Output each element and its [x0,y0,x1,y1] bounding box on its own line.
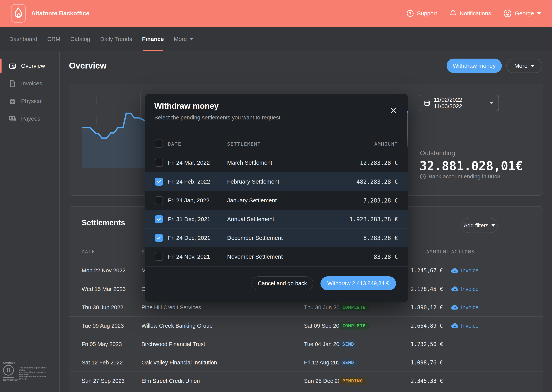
modal-scrollbar[interactable] [407,111,408,147]
modal-footer: Cancel and go back Withdraw 2.413.849,84… [251,276,396,290]
modal-table-body: Fri 24 Mar, 2022March Settlement12.283,2… [145,153,408,266]
add-filters-button[interactable]: Add filters [462,218,498,233]
date-range-value: 11/02/2022 - 11/03/2022 [434,97,486,110]
modal-settlement-row[interactable]: Fri 24 Feb, 2022February Settlement482.2… [145,172,408,191]
status-badge: COMPLETE [339,322,370,330]
row-checkbox[interactable] [155,215,163,223]
row-status-cell: COMPLETE [339,322,370,330]
row-checkbox[interactable] [155,253,163,261]
page-title: Overview [69,61,107,70]
row-status-cell: PENDING [339,377,367,385]
help-circle-icon: ? [407,10,414,17]
modal-settlement-row[interactable]: Fri 24 Nov, 2021November Settlement83,28… [145,247,408,266]
cancel-button[interactable]: Cancel and go back [251,276,313,290]
date-range-picker[interactable]: 11/02/2022 - 11/03/2022 [419,95,499,111]
modal-settlement-row[interactable]: Fri 24 Dec, 2021December Settlement8.283… [145,228,408,247]
sidebar-item-overview[interactable]: Overview [0,57,59,75]
user-menu[interactable]: George [503,9,541,18]
settlement-date: Fri 31 Dec, 2021 [168,216,211,222]
nav-item-dashboard[interactable]: Dashboard [9,27,42,51]
row-ammount: 1.890,12 € [395,304,443,310]
wallet-icon [9,62,16,70]
row-checkbox[interactable] [155,196,163,204]
confirm-withdraw-button[interactable]: Withdraw 2.413.849,84 € [320,276,396,290]
modal-settlement-row[interactable]: Fri 24 Jan, 2022January Settlement7.283,… [145,191,408,210]
row-settlement-date: Fri 12 Aug 2022 [304,359,343,366]
modal-settlement-row[interactable]: Fri 24 Mar, 2022March Settlement12.283,2… [145,153,408,172]
withdraw-money-modal: Withdraw money Select the pending settle… [145,94,408,302]
row-date: Fri 05 May 2023 [82,341,122,347]
settlement-date: Fri 24 Dec, 2021 [168,235,211,241]
row-supplier: Oak Valley Financial Institution [141,359,217,366]
bcorp-tagline-line: and regenerative economic system. [19,376,53,380]
add-filters-label: Add filters [464,222,488,229]
invoice-download-link[interactable]: Invoice [451,286,479,292]
table-row: Sat 12 Feb 2022Oak Valley Financial Inst… [69,353,543,371]
withdraw-money-button[interactable]: Withdraw money [447,59,502,73]
nav-item-label: Dashboard [9,36,37,42]
sidebar-menu: OverviewInvoicesPhysicalPayees [0,51,59,127]
row-ammount: 1.732,50 € [395,341,443,347]
bcorp-tagline-line: This company is part of the global [19,367,53,371]
settlement-ammount: 8.283,28 € [363,234,398,241]
bcorp-certified-label: Certified [3,361,53,364]
row-status-cell: SEND [339,358,358,367]
invoice-download-link[interactable]: Invoice [451,304,479,310]
confirm-withdraw-label: Withdraw 2.413.849,84 € [327,280,389,287]
settlement-date: Fri 24 Nov, 2021 [168,253,210,260]
row-checkbox[interactable] [155,234,163,242]
table-row: Tue 09 Aug 2023Willow Creek Banking Grou… [69,316,543,335]
row-date: Sat 12 Feb 2022 [82,359,123,366]
sidebar-item-physical[interactable]: Physical [0,92,59,110]
row-status-cell: COMPLETE [339,303,370,311]
chevron-down-icon [530,65,534,67]
row-supplier: Elm Street Credit Union [141,378,200,384]
active-item-indicator [0,59,1,73]
invoice-download-link[interactable]: Invoice [451,267,479,274]
settlement-name: March Settlement [227,160,272,166]
status-badge: COMPLETE [339,303,370,311]
settlement-name: February Settlement [227,178,279,185]
invoice-download-link[interactable]: Invoice [451,322,479,329]
sidebar-item-label: Physical [21,98,43,104]
select-all-checkbox[interactable] [155,140,163,147]
sidebar: OverviewInvoicesPhysicalPayees [0,51,60,392]
notifications-button[interactable]: Notifications [450,10,491,17]
nav-item-more[interactable]: More [169,27,198,51]
chevron-down-icon [490,102,494,104]
close-icon[interactable] [389,106,398,114]
support-button[interactable]: ? Support [407,10,437,17]
row-checkbox[interactable] [155,178,163,186]
row-status-cell: SEND [339,340,358,348]
chevron-down-icon [491,224,495,227]
row-date: Wed 15 Mar 2023 [82,286,126,292]
outstanding-label: Outstanding [420,149,455,157]
settlements-title: Settlements [82,218,125,227]
more-label: More [515,63,527,69]
bcorp-divider [3,377,14,378]
nav-item-finance[interactable]: Finance [137,27,169,51]
modal-settlement-row[interactable]: Fri 31 Dec, 2021Annual Settlement1.923.2… [145,210,408,228]
row-date: Sun 27 Sep 2023 [82,378,124,384]
sidebar-item-payees[interactable]: Payees [0,110,59,127]
nav-item-daily-trends[interactable]: Daily Trends [95,27,137,51]
chevron-down-icon [537,12,541,14]
sidebar-item-invoices[interactable]: Invoices [0,75,59,92]
settlement-ammount: 83,28 € [374,253,398,260]
nav-item-catalog[interactable]: Catalog [65,27,95,51]
header-actions: ? Support Notifications George [407,0,541,27]
altafonte-logo-icon[interactable] [11,4,26,23]
modal-subtitle: Select the pending settlements you want … [154,114,282,121]
nav-item-label: Catalog [70,36,90,42]
nav-item-crm[interactable]: CRM [42,27,65,51]
cloud-download-icon [451,323,459,329]
outstanding-value: 32.881.028,01€ [420,159,523,173]
row-supplier: Willow Creek Banking Group [141,322,212,329]
modal-column-ammount: AMMOUNT [374,141,398,147]
modal-column-date: DATE [168,141,181,147]
settlement-ammount: 12.283,28 € [360,160,398,166]
bank-account-note: ? Bank account ending in 0043 [420,173,500,180]
avatar-smiley-icon [503,9,512,18]
row-checkbox[interactable] [155,159,163,167]
more-actions-button[interactable]: More [506,59,542,73]
